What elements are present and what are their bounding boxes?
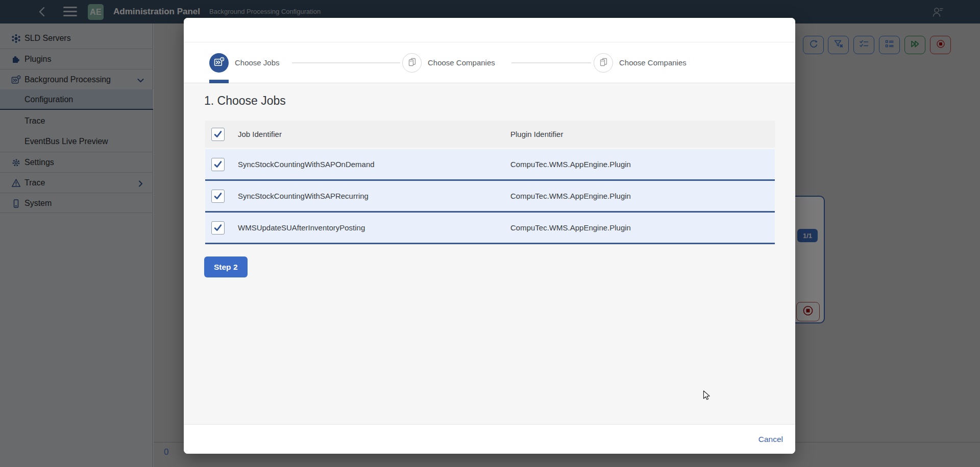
cancel-button[interactable]: Cancel <box>758 425 783 454</box>
company-icon <box>599 57 608 69</box>
step-connector <box>292 62 400 63</box>
wizard-steps-bar: Choose Jobs Choose Companies <box>184 42 795 83</box>
background-processing-icon <box>214 57 225 69</box>
dialog-footer: Cancel <box>184 424 795 454</box>
step-1-icon[interactable] <box>209 53 229 73</box>
table-header-row: Job Identifier Plugin Identifier <box>205 121 775 148</box>
step-connector <box>511 62 591 63</box>
table-row[interactable]: SyncStockCountingWithSAPRecurring CompuT… <box>205 181 775 213</box>
step-2-icon[interactable] <box>402 53 422 73</box>
dialog-body: 1. Choose Jobs Job Identifier Plugin Ide… <box>184 84 795 424</box>
plugin-identifier: CompuTec.WMS.AppEngine.Plugin <box>510 149 631 179</box>
step-1-label[interactable]: Choose Jobs <box>235 42 280 83</box>
step-2-label[interactable]: Choose Companies <box>428 42 495 83</box>
job-identifier: SyncStockCountingWithSAPRecurring <box>238 181 369 211</box>
row-checkbox[interactable] <box>211 158 225 171</box>
plugin-identifier: CompuTec.WMS.AppEngine.Plugin <box>510 213 631 243</box>
dialog-heading: 1. Choose Jobs <box>204 94 286 108</box>
table-row[interactable]: SyncStockCountingWithSAPOnDemand CompuTe… <box>205 149 775 181</box>
job-identifier: WMSUpdateSUAfterInventoryPosting <box>238 213 365 243</box>
plugin-identifier: CompuTec.WMS.AppEngine.Plugin <box>510 181 631 211</box>
row-checkbox[interactable] <box>211 190 225 203</box>
column-header-job: Job Identifier <box>238 121 282 148</box>
wizard-dialog: Choose Jobs Choose Companies <box>184 18 795 454</box>
step-3-icon[interactable] <box>594 53 613 73</box>
next-step-button[interactable]: Step 2 <box>204 256 248 277</box>
table-row[interactable]: WMSUpdateSUAfterInventoryPosting CompuTe… <box>205 213 775 244</box>
select-all-checkbox[interactable] <box>211 128 225 141</box>
column-header-plugin: Plugin Identifier <box>510 121 563 148</box>
row-checkbox[interactable] <box>211 221 225 235</box>
company-icon <box>407 57 417 69</box>
active-step-indicator <box>209 80 229 83</box>
jobs-table: Job Identifier Plugin Identifier SyncSto… <box>205 121 775 244</box>
step-3-label[interactable]: Choose Companies <box>619 42 687 83</box>
job-identifier: SyncStockCountingWithSAPOnDemand <box>238 149 375 179</box>
dialog-header <box>184 18 795 42</box>
